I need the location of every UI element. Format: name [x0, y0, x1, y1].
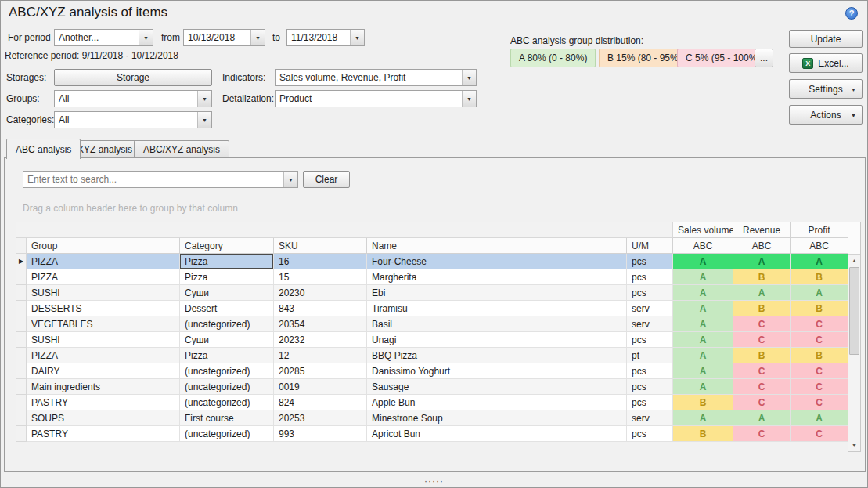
cell-sku[interactable]: 843 [274, 301, 367, 316]
tab-abc-analysis[interactable]: ABC analysis [6, 139, 81, 159]
to-date-picker[interactable]: 11/13/2018 ▼ [286, 29, 365, 46]
table-row[interactable]: PIZZAPizza12BBQ PizzaptABB [16, 348, 848, 363]
cell-name[interactable]: Apple Bun [367, 395, 627, 410]
cell-revenue-class[interactable]: C [733, 379, 791, 395]
cell-um[interactable]: serv [627, 316, 673, 332]
column-header-group[interactable]: Group [27, 238, 180, 254]
cell-um[interactable]: pcs [627, 379, 673, 395]
column-header-revenue-abc[interactable]: ABC [733, 238, 791, 254]
cell-um[interactable]: serv [627, 410, 673, 426]
cell-revenue-class[interactable]: B [733, 269, 791, 285]
band-revenue[interactable]: Revenue [733, 222, 791, 238]
chevron-down-icon[interactable]: ▼ [250, 30, 265, 45]
table-row[interactable]: DAIRY(uncategorized)20285Danissimo Yoghu… [16, 363, 848, 379]
cell-category[interactable]: Pizza [180, 269, 274, 285]
cell-profit-class[interactable]: B [791, 348, 848, 363]
cell-profit-class[interactable]: A [791, 285, 848, 301]
cell-profit-class[interactable]: A [791, 410, 848, 426]
cell-group[interactable]: PIZZA [27, 269, 180, 285]
cell-sales-class[interactable]: A [673, 301, 733, 316]
cell-revenue-class[interactable]: B [733, 348, 791, 363]
cell-name[interactable]: Tiramisu [367, 301, 627, 316]
table-row[interactable]: SUSHIСуши20230EbipcsAAA [16, 285, 848, 301]
cell-sales-class[interactable]: A [673, 348, 733, 363]
cell-sku[interactable]: 824 [274, 395, 367, 410]
cell-sales-class[interactable]: A [673, 363, 733, 379]
cell-name[interactable]: Ebi [367, 285, 627, 301]
cell-revenue-class[interactable]: C [733, 426, 791, 442]
cell-um[interactable]: pt [627, 348, 673, 363]
chevron-down-icon[interactable]: ▼ [462, 91, 476, 107]
vertical-scrollbar[interactable]: ▲ ▼ [848, 222, 861, 452]
cell-group[interactable]: DESSERTS [27, 301, 180, 316]
scroll-down-icon[interactable]: ▼ [848, 439, 860, 451]
clear-search-button[interactable]: Clear [303, 171, 350, 188]
column-header-profit-abc[interactable]: ABC [791, 238, 848, 254]
categories-select[interactable]: All ▼ [54, 111, 212, 128]
cell-sales-class[interactable]: A [673, 316, 733, 332]
cell-revenue-class[interactable]: C [733, 395, 791, 410]
cell-name[interactable]: Margherita [367, 269, 627, 285]
cell-group[interactable]: PASTRY [27, 426, 180, 442]
column-header-sales-abc[interactable]: ABC [673, 238, 733, 254]
cell-category[interactable]: First course [180, 410, 274, 426]
cell-revenue-class[interactable]: C [733, 363, 791, 379]
storage-button[interactable]: Storage [54, 69, 212, 86]
cell-sales-class[interactable]: B [673, 395, 733, 410]
table-row[interactable]: PASTRY(uncategorized)824Apple BunpcsBCC [16, 395, 848, 410]
cell-sku[interactable]: 20230 [274, 285, 367, 301]
cell-group[interactable]: PIZZA [27, 254, 180, 269]
cell-sku[interactable]: 20232 [274, 332, 367, 348]
cell-category[interactable]: Суши [180, 285, 274, 301]
column-header-name[interactable]: Name [367, 238, 627, 254]
cell-sku[interactable]: 20354 [274, 316, 367, 332]
cell-profit-class[interactable]: C [791, 363, 848, 379]
settings-button[interactable]: Settings ▼ [789, 79, 863, 99]
cell-group[interactable]: PASTRY [27, 395, 180, 410]
table-row[interactable]: SOUPSFirst course20253Minestrone Soupser… [16, 410, 848, 426]
excel-button[interactable]: X Excel... [789, 53, 863, 73]
cell-sku[interactable]: 993 [274, 426, 367, 442]
cell-profit-class[interactable]: C [791, 316, 848, 332]
chevron-down-icon[interactable]: ▼ [283, 172, 297, 187]
distribution-more-button[interactable]: ... [755, 49, 773, 67]
cell-category[interactable]: Dessert [180, 301, 274, 316]
band-profit[interactable]: Profit [791, 222, 848, 238]
cell-group[interactable]: SOUPS [27, 410, 180, 426]
cell-group[interactable]: VEGETABLES [27, 316, 180, 332]
search-input[interactable] [23, 172, 283, 187]
cell-profit-class[interactable]: B [791, 301, 848, 316]
table-row[interactable]: PASTRY(uncategorized)993Apricot BunpcsBC… [16, 426, 848, 442]
chevron-down-icon[interactable]: ▼ [139, 30, 153, 45]
actions-button[interactable]: Actions ▼ [789, 105, 863, 125]
chevron-down-icon[interactable]: ▼ [197, 91, 211, 107]
cell-um[interactable]: pcs [627, 395, 673, 410]
cell-group[interactable]: Main ingredients [27, 379, 180, 395]
band-sales-volume[interactable]: Sales volume [673, 222, 733, 238]
period-select[interactable]: Another... ▼ [54, 29, 153, 46]
cell-um[interactable]: pcs [627, 363, 673, 379]
cell-category[interactable]: Суши [180, 332, 274, 348]
table-row[interactable]: ▶PIZZAPizza16Four-CheesepcsAAA [16, 254, 848, 269]
cell-revenue-class[interactable]: C [733, 316, 791, 332]
cell-name[interactable]: Minestrone Soup [367, 410, 627, 426]
cell-group[interactable]: SUSHI [27, 332, 180, 348]
cell-revenue-class[interactable]: A [733, 254, 791, 269]
cell-name[interactable]: Danissimo Yoghurt [367, 363, 627, 379]
cell-group[interactable]: PIZZA [27, 348, 180, 363]
table-row[interactable]: PIZZAPizza15MargheritapcsABB [16, 269, 848, 285]
scrollbar-thumb[interactable] [849, 267, 859, 355]
cell-sales-class[interactable]: A [673, 285, 733, 301]
table-row[interactable]: SUSHIСуши20232UnagipcsACC [16, 332, 848, 348]
cell-category[interactable]: (uncategorized) [180, 316, 274, 332]
update-button[interactable]: Update [789, 30, 863, 48]
scroll-up-icon[interactable]: ▲ [848, 255, 860, 266]
column-header-category[interactable]: Category [180, 238, 274, 254]
cell-sales-class[interactable]: A [673, 269, 733, 285]
cell-profit-class[interactable]: B [791, 269, 848, 285]
cell-group[interactable]: DAIRY [27, 363, 180, 379]
help-icon[interactable]: ? [845, 7, 858, 20]
cell-sales-class[interactable]: A [673, 254, 733, 269]
cell-um[interactable]: pcs [627, 332, 673, 348]
indicators-select[interactable]: Sales volume, Revenue, Profit ▼ [275, 69, 477, 86]
